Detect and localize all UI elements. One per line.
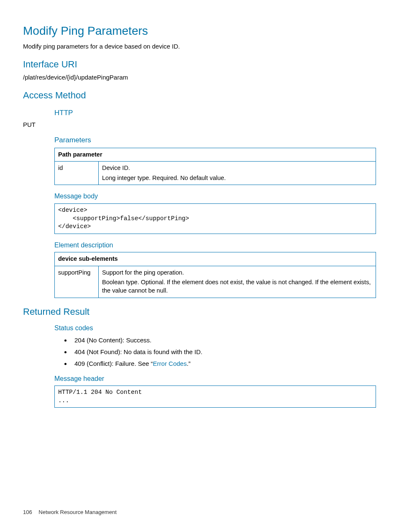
table-row: supportPing Support for the ping operati… xyxy=(55,266,376,298)
element-desc: Support for the ping operation. Boolean … xyxy=(99,266,376,298)
access-method-heading: Access Method xyxy=(23,89,376,102)
http-value: PUT xyxy=(23,121,376,129)
element-description-heading: Element description xyxy=(54,241,376,250)
param-table-header: Path parameter xyxy=(55,148,376,162)
element-desc-line2: Boolean type. Optional. If the element d… xyxy=(102,279,371,294)
message-header-heading: Message header xyxy=(54,374,376,383)
intro-text: Modify ping parameters for a device base… xyxy=(23,42,376,51)
parameters-heading: Parameters xyxy=(54,136,376,145)
list-item: 404 (Not Found): No data is found with t… xyxy=(71,348,376,356)
status-codes-heading: Status codes xyxy=(54,324,376,333)
status-codes-list: 204 (No Content): Success. 404 (Not Foun… xyxy=(23,336,376,368)
message-body-heading: Message body xyxy=(54,192,376,201)
returned-result-heading: Returned Result xyxy=(23,306,376,318)
param-name: id xyxy=(55,162,99,185)
element-name: supportPing xyxy=(55,266,99,298)
param-desc-line1: Device ID. xyxy=(102,164,372,172)
status-suffix: .” xyxy=(187,360,190,367)
element-desc-line1: Support for the ping operation. xyxy=(102,269,372,277)
param-desc: Device ID. Long integer type. Required. … xyxy=(99,162,376,185)
interface-uri-heading: Interface URI xyxy=(23,58,376,71)
message-body-code: <device> <supportPing>false</supportPing… xyxy=(54,203,376,234)
param-desc-line2: Long integer type. Required. No default … xyxy=(102,175,226,181)
list-item: 409 (Conflict): Failure. See “Error Code… xyxy=(71,360,376,368)
page-title: Modify Ping Parameters xyxy=(23,23,376,39)
http-heading: HTTP xyxy=(54,108,376,118)
message-header-code: HTTP/1.1 204 No Content ... xyxy=(54,386,376,408)
list-item: 204 (No Content): Success. xyxy=(71,336,376,344)
path-parameter-table: Path parameter id Device ID. Long intege… xyxy=(54,148,376,185)
interface-uri-value: /plat/res/device/{id}/updatePingParam xyxy=(23,73,376,82)
error-codes-link[interactable]: Error Codes xyxy=(153,360,187,367)
table-row: id Device ID. Long integer type. Require… xyxy=(55,162,376,185)
element-table-header: device sub-elements xyxy=(55,252,376,266)
element-desc-table: device sub-elements supportPing Support … xyxy=(54,252,376,298)
status-prefix: 409 (Conflict): Failure. See “ xyxy=(74,360,153,367)
